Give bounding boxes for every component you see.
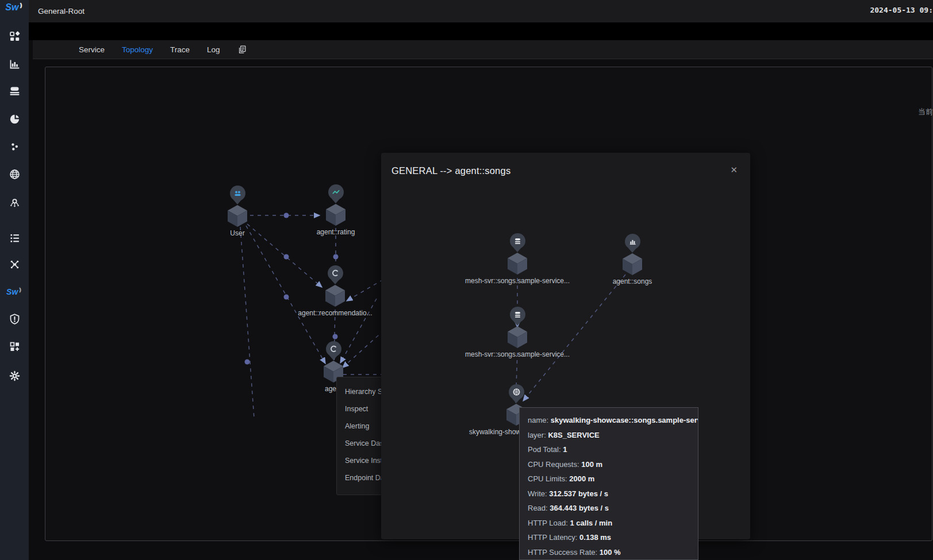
close-icon[interactable]: ✕ [730,165,738,174]
header-spacer [29,22,933,40]
spark-pin-icon [328,184,344,200]
tab-service[interactable]: Service [79,45,105,54]
sidebar-item-shield[interactable] [0,311,29,326]
sidebar-item-skywalking[interactable]: Sw❫ [0,284,29,299]
sidebar-item-dashboard[interactable] [0,29,29,44]
topology-node-mesh-svr-songs-mid[interactable]: mesh-svr::songs.sample-service... [463,307,572,358]
topology-icon [9,258,21,271]
service-cube-icon [324,284,346,308]
sidebar-item-grid-plus[interactable] [0,339,29,354]
pie-icon [9,113,21,125]
tab-log[interactable]: Log [207,45,220,54]
tooltip-row: layer: K8S_SERVICE [528,428,698,443]
tooltip-row: Write: 312.537 bytes / s [528,486,698,501]
node-label: agent::songs [578,277,687,285]
tooltip-row: HTTP Success Rate: 100 % [528,545,698,560]
topology-node-agent-songs[interactable]: agent::songs [578,234,687,285]
node-label: User [183,229,292,237]
topbar: General-Root 2024-05-13 09: [29,0,933,22]
tab-strip: ServiceTopologyTraceLog [33,40,933,59]
sidebar-item-dots[interactable] [0,139,29,154]
tabs: ServiceTopologyTraceLog [79,40,247,59]
service-cube-icon [325,203,347,227]
sidebar-item-pie[interactable] [0,111,29,126]
sidebar-item-settings[interactable] [0,368,29,383]
topology-node-agent-recommendation[interactable]: agent::recommendatio... [281,265,390,317]
service-cube-icon [506,325,528,349]
service-cube-icon [226,204,248,228]
sidebar-item-topology[interactable] [0,257,29,272]
topology-node-agent-rating[interactable]: agent::rating [281,184,390,236]
modal-title: GENERAL --> agent::songs [391,165,510,176]
tooltip-row: HTTP Load: 1 calls / min [528,516,698,531]
barchart-icon [9,58,21,70]
tooltip-row: CPU Limits: 2000 m [528,472,698,486]
tooltip-row: Pod Total: 1 [528,442,698,457]
database-icon [9,85,21,97]
k8s-pin-icon [509,384,524,400]
sidebar-item-satellite[interactable] [0,195,29,210]
sidebar-item-database[interactable] [0,83,29,98]
shield-icon [9,313,21,325]
node-label: agent::recommendatio... [281,309,390,317]
topology-node-mesh-svr-songs-top[interactable]: mesh-svr::songs.sample-service... [463,233,572,285]
service-cube-icon [506,252,528,276]
phone-pin-icon [328,265,343,281]
tooltip-row: name: skywalking-showcase::songs.sample-… [528,413,698,428]
topology-node-user[interactable]: User [183,186,292,237]
chart-sm-pin-icon [625,234,640,249]
skywalking-logo[interactable]: Sw❫ [0,2,29,13]
tooltip-row: CPU Requests: 100 m [528,457,698,472]
sidebar: Sw❫ Sw❫ [0,0,29,560]
sidebar-item-barchart[interactable] [0,56,29,71]
globe-icon [9,168,21,180]
phone-pin-icon [326,341,341,357]
tooltip-row: Read: 364.443 bytes / s [528,501,698,516]
skywalking-active-icon: Sw❫ [6,287,22,296]
satellite-icon [9,196,21,208]
timestamp[interactable]: 2024-05-13 09: [870,6,933,14]
sidebar-item-list[interactable] [0,230,29,245]
current-depth-label: 当前 [918,107,933,117]
layers-sm-pin-icon [510,233,525,249]
dots-icon [9,141,21,153]
settings-icon [9,370,21,382]
tab-trace[interactable]: Trace [170,45,190,54]
grid-plus-icon [9,341,21,353]
node-label: mesh-svr::songs.sample-service... [463,350,572,358]
page-title: General-Root [38,7,85,16]
dashboard-icon [9,30,21,43]
layers-sm-pin-icon [510,307,525,322]
tooltip-row: HTTP Latency: 0.138 ms [528,530,698,545]
logo-swoosh: ❫ [18,2,23,9]
skywalking-app: Sw❫ Sw❫ General-Root 2024-05-13 09: Serv… [0,0,933,560]
node-metrics-tooltip: name: skywalking-showcase::songs.sample-… [519,407,698,560]
export-doc-icon[interactable] [237,45,247,55]
service-cube-icon [621,252,643,276]
node-label: mesh-svr::songs.sample-service... [463,277,572,285]
sidebar-item-globe[interactable] [0,167,29,181]
node-label: agent::rating [281,228,390,236]
users-pin-icon [230,186,245,201]
tab-topology[interactable]: Topology [122,45,153,54]
list-icon [9,232,21,244]
